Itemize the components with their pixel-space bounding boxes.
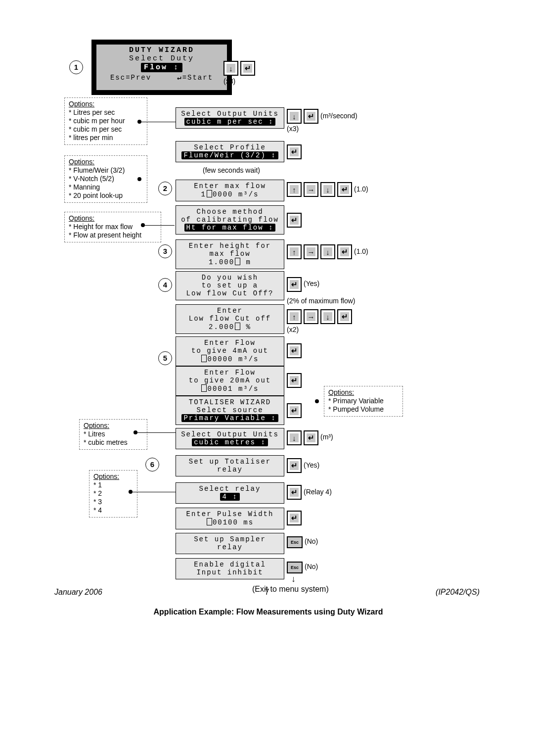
- down-key-icon[interactable]: [223, 61, 238, 76]
- pct-note: (2% of maximum flow): [287, 297, 355, 305]
- screen-totaliser-units: Select Output Units cubic metres: [176, 428, 284, 449]
- cursor-box: [201, 355, 207, 362]
- wizard-title: DUTY WIZARD: [96, 46, 227, 54]
- down-key-icon[interactable]: [287, 109, 302, 124]
- cursor-box: [201, 384, 207, 392]
- esc-key-icon[interactable]: [287, 562, 303, 573]
- wizard-choice[interactable]: Flow: [141, 63, 182, 72]
- down-key-icon[interactable]: [320, 182, 335, 197]
- cursor-box: [235, 258, 240, 265]
- right-key-icon[interactable]: [304, 182, 318, 197]
- enter-key-icon[interactable]: [287, 403, 302, 418]
- note-1-0: (1.0): [354, 185, 368, 193]
- step-5: 5: [158, 351, 172, 365]
- screen-sampler-relay: Set up Sampler relay: [176, 533, 284, 554]
- enter-key-icon[interactable]: [287, 277, 302, 292]
- enter-key-icon[interactable]: [240, 61, 255, 76]
- no-note-2: (No): [305, 563, 318, 570]
- up-key-icon[interactable]: [287, 182, 302, 197]
- enter-key-icon[interactable]: [287, 458, 302, 473]
- yes-note: (Yes): [304, 280, 319, 287]
- enter-key-icon[interactable]: [304, 430, 318, 445]
- screen-output-units: Select Output Units cubic m per sec: [176, 107, 284, 129]
- enter-key-icon[interactable]: [287, 373, 302, 388]
- options-relay: Options: * 1 * 2 * 3 * 4: [89, 470, 137, 518]
- enter-key-icon[interactable]: [287, 343, 302, 358]
- units-note: (m³/second): [320, 112, 357, 120]
- options-source: Options: * Primary Variable * Pumped Vol…: [324, 386, 403, 417]
- down-key-icon[interactable]: [320, 244, 335, 259]
- options-profile: Options: * Flume/Weir (3/2) * V-Notch (5…: [64, 155, 147, 203]
- screen-method: Choose method of calibrating flow Ht for…: [176, 205, 284, 235]
- enter-key-icon[interactable]: [304, 109, 318, 124]
- right-key-icon[interactable]: [304, 309, 318, 324]
- pill-source[interactable]: Primary Variable: [181, 414, 278, 422]
- screen-select-relay: Select relay 4: [176, 482, 284, 504]
- start-hint: =Start: [182, 74, 213, 82]
- esc-hint: Esc=Prev: [110, 74, 151, 82]
- screen-digital-inhibit: Enable digital Input inhibit: [176, 558, 284, 579]
- screen-pulse-width: Enter Pulse Width 00100 ms: [176, 508, 284, 529]
- cursor-box: [207, 190, 212, 197]
- enter-key-icon[interactable]: [337, 244, 352, 259]
- enter-key-icon[interactable]: [287, 144, 302, 159]
- screen-20ma: Enter Flow to give 20mA out 00001 m³/s: [176, 366, 284, 396]
- screen-cutoff-q: Do you wish to set up a Low flow Cut Off…: [176, 271, 284, 300]
- step-2: 2: [158, 182, 172, 195]
- pill-totaliser-units[interactable]: cubic metres: [192, 438, 268, 446]
- pill-output-units[interactable]: cubic m per sec: [184, 118, 276, 126]
- options-units: Options: * Litres per sec * cubic m per …: [64, 97, 147, 145]
- down-key-icon[interactable]: [320, 309, 335, 324]
- enter-key-icon[interactable]: [337, 309, 352, 324]
- step-4: 4: [158, 278, 172, 292]
- esc-key-icon[interactable]: [287, 536, 303, 548]
- enter-key-icon[interactable]: [287, 485, 302, 500]
- cursor-box: [235, 323, 240, 330]
- screen-max-flow: Enter max flow 10000 m³/s: [176, 180, 284, 201]
- pill-profile[interactable]: Flume/Weir (3/2): [181, 151, 278, 159]
- footer-doc-id: (IP2042/QS): [436, 588, 480, 597]
- yes-note-2: (Yes): [304, 461, 319, 469]
- wait-note: (few seconds wait): [203, 166, 260, 174]
- pill-method[interactable]: Ht for max flow: [184, 224, 276, 232]
- wizard-panel: DUTY WIZARD Select Duty Flow Esc=Prev ↵=…: [91, 40, 232, 95]
- enter-key-icon[interactable]: [287, 511, 302, 525]
- enter-key-icon[interactable]: [337, 182, 352, 197]
- enter-key-icon[interactable]: [287, 213, 302, 228]
- x3-note: (x3): [223, 77, 235, 85]
- screen-4ma: Enter Flow to give 4mA out 00000 m³/s: [176, 336, 284, 366]
- screen-totaliser-relay-q: Set up Totaliser relay: [176, 455, 284, 476]
- pill-relay[interactable]: 4: [220, 493, 239, 501]
- screen-height: Enter height for max flow 1.000 m: [176, 239, 284, 269]
- step-3: 3: [158, 244, 172, 258]
- x2-note: (x2): [287, 326, 299, 333]
- down-arrow-icon: ↓: [291, 574, 296, 584]
- relay4-note: (Relay 4): [304, 488, 332, 496]
- step-1: 1: [69, 60, 83, 74]
- cursor-box: [207, 518, 212, 525]
- up-key-icon[interactable]: [287, 309, 302, 324]
- x3-note-2: (x3): [287, 125, 299, 133]
- screen-totaliser-source: TOTALISER WIZARD Select source Primary V…: [176, 396, 284, 425]
- no-note-1: (No): [305, 537, 318, 545]
- wizard-subtitle: Select Duty: [96, 54, 227, 63]
- screen-select-profile: Select Profile Flume/Weir (3/2): [176, 141, 284, 162]
- step-6: 6: [145, 458, 159, 472]
- figure-caption: Application Example: Flow Measurements u…: [64, 608, 472, 616]
- m3-note: (m³): [320, 433, 333, 441]
- up-key-icon[interactable]: [287, 244, 302, 259]
- note-1-0b: (1.0): [354, 247, 368, 255]
- options-method: Options: * Height for max flow * Flow at…: [64, 212, 161, 242]
- options-totaliser-units: Options: * Litres * cubic metres: [79, 419, 147, 450]
- screen-cutoff-v: Enter Low flow Cut off 2.000 %: [176, 304, 284, 334]
- down-key-icon[interactable]: [287, 430, 302, 445]
- right-key-icon[interactable]: [304, 244, 318, 259]
